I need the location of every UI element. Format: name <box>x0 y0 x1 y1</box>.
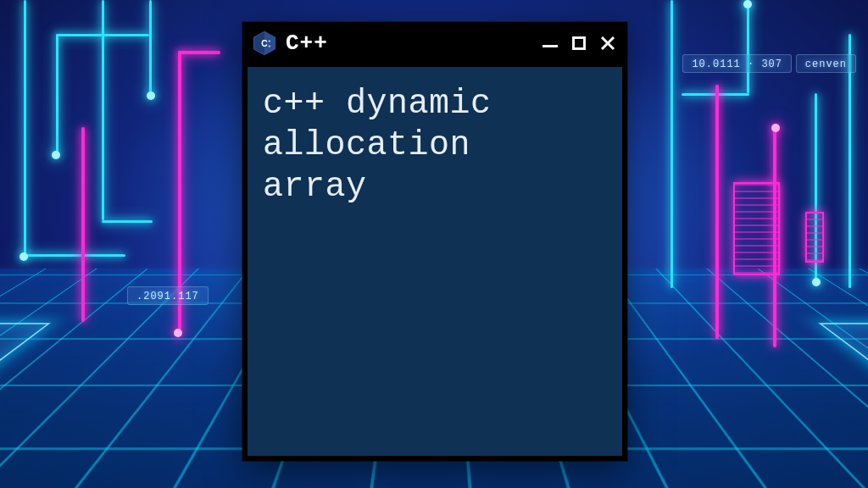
trace-node <box>174 329 182 337</box>
svg-text:+: + <box>269 44 271 48</box>
bg-label-left: .2091.117 <box>127 286 209 305</box>
trace-line <box>149 0 152 93</box>
trace-line <box>56 34 58 152</box>
trace-node <box>743 0 752 8</box>
trace-node <box>147 92 155 100</box>
svg-text:C: C <box>261 39 268 48</box>
maximize-button[interactable] <box>570 35 587 52</box>
titlebar[interactable]: C + + C++ <box>243 23 626 64</box>
window-title: C++ <box>286 30 328 56</box>
maximize-icon <box>572 36 586 50</box>
minimize-button[interactable] <box>542 35 559 52</box>
trace-node <box>771 124 780 132</box>
app-window: C + + C++ c++ dynamic allocation array <box>242 22 627 461</box>
trace-line <box>24 0 26 254</box>
glow-panel <box>805 212 824 263</box>
trace-line <box>102 220 153 223</box>
bg-label-right-a: 10.0111 · 307 <box>682 54 792 73</box>
trace-line <box>178 51 220 54</box>
svg-text:+: + <box>269 39 271 43</box>
trace-node <box>52 151 60 159</box>
trace-line <box>747 0 749 93</box>
trace-line <box>670 0 673 288</box>
trace-node <box>812 278 821 286</box>
trace-line <box>102 0 104 220</box>
trace-line <box>24 254 125 257</box>
glow-panel <box>733 182 780 275</box>
window-client-area: c++ dynamic allocation array <box>248 67 622 456</box>
bg-label-right-b: cenven <box>796 54 856 73</box>
window-controls <box>542 35 616 52</box>
cpp-logo-icon: C + + <box>252 30 277 56</box>
trace-line <box>715 85 719 339</box>
close-icon <box>599 35 616 52</box>
body-text: c++ dynamic allocation array <box>263 84 607 208</box>
close-button[interactable] <box>599 35 616 52</box>
trace-line <box>81 127 85 322</box>
trace-node <box>19 252 28 261</box>
minimize-icon <box>542 45 558 47</box>
